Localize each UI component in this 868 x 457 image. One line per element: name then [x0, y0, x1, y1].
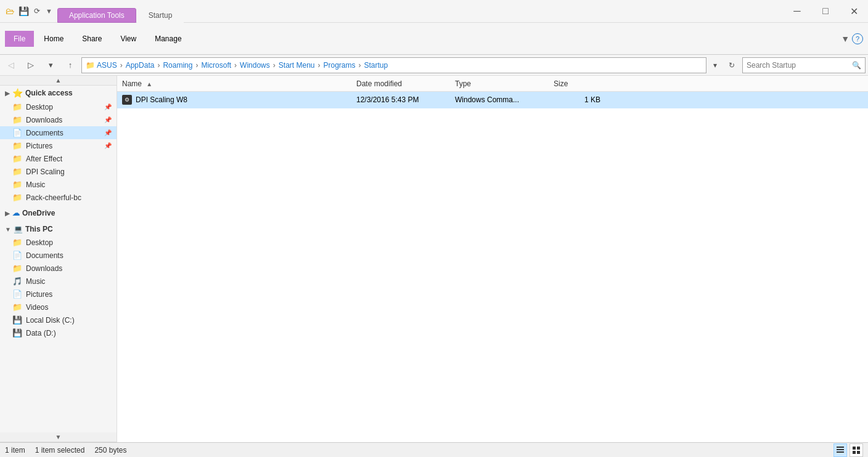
sidebar-item-downloads-qa[interactable]: 📁 Downloads 📌 — [0, 113, 117, 126]
folder-icon-aftereffect-qa: 📁 — [12, 154, 22, 163]
path-roaming[interactable]: Roaming — [163, 61, 192, 70]
title-tabs: Application Tools Startup — [57, 0, 783, 22]
back-button[interactable]: ◁ — [2, 57, 20, 73]
ribbon-tab-bar: File Home Share View Manage — [5, 31, 190, 47]
item-count: 1 item — [5, 446, 25, 455]
dropdown-arrow[interactable]: ▼ — [46, 7, 52, 15]
forward-button[interactable]: ▷ — [22, 57, 39, 73]
sidebar-item-dataD-pc[interactable]: 💾 Data (D:) — [0, 326, 117, 339]
file-type-cell: Windows Comma... — [450, 94, 549, 105]
ribbon-tab-manage[interactable]: Manage — [146, 31, 190, 47]
ribbon-collapse-button[interactable]: ▼ — [841, 34, 850, 44]
quick-access-header[interactable]: ▶ ⭐ Quick access — [0, 86, 117, 100]
path-windows[interactable]: Windows — [240, 61, 270, 70]
quick-access-icon: ⭐ — [12, 88, 23, 98]
dropdown-nav-button[interactable]: ▾ — [42, 57, 59, 73]
sidebar-item-desktop-pc[interactable]: 📁 Desktop — [0, 236, 117, 249]
tab-startup[interactable]: Startup — [137, 8, 184, 23]
folder-icon-pictures-qa: 📁 — [12, 141, 22, 150]
save-icon: 💾 — [18, 6, 28, 16]
sidebar-item-documents-pc[interactable]: 📄 Documents — [0, 249, 117, 262]
folder-icon-documents-pc: 📄 — [12, 251, 22, 260]
sidebar-item-pictures-pc[interactable]: 📄 Pictures — [0, 288, 117, 301]
large-icons-view-icon — [852, 446, 861, 455]
undo-icon: ⟳ — [32, 6, 42, 16]
tab-application-tools[interactable]: Application Tools — [57, 8, 136, 23]
up-button[interactable]: ↑ — [62, 57, 79, 73]
file-size-status: 250 bytes — [94, 446, 126, 455]
column-header-size[interactable]: Size — [549, 77, 610, 91]
path-programs[interactable]: Programs — [324, 61, 356, 70]
folder-icon-packcheerful-qa: 📁 — [12, 193, 22, 202]
folder-icon-desktop-pc: 📁 — [12, 238, 22, 247]
sidebar-scroll-down[interactable]: ▼ — [0, 432, 117, 442]
sidebar-item-downloads-pc[interactable]: 📁 Downloads — [0, 262, 117, 275]
sidebar-item-videos-pc[interactable]: 📁 Videos — [0, 301, 117, 313]
details-view-icon — [836, 446, 845, 455]
sidebar-scroll-up[interactable]: ▲ — [0, 76, 117, 86]
svg-rect-3 — [853, 447, 856, 450]
file-list: Name ▲ Date modified Type Size ⚙ DPI Sca… — [117, 76, 868, 442]
svg-rect-6 — [857, 451, 860, 454]
ribbon-tab-file[interactable]: File — [5, 31, 34, 47]
status-bar: 1 item 1 item selected 250 bytes — [0, 442, 868, 457]
table-row[interactable]: ⚙ DPI Scaling W8 12/3/2016 5:43 PM Windo… — [117, 92, 868, 108]
address-path[interactable]: 📁 ASUS › AppData › Roaming › Microsoft ›… — [81, 57, 706, 73]
thispc-header[interactable]: ▼ 💻 This PC — [0, 222, 117, 236]
sidebar-item-music-pc[interactable]: 🎵 Music — [0, 275, 117, 288]
search-box[interactable]: 🔍 — [742, 57, 866, 73]
path-appdata[interactable]: AppData — [126, 61, 155, 70]
column-header-type[interactable]: Type — [450, 77, 549, 91]
refresh-button[interactable]: ↻ — [724, 57, 740, 73]
cmd-file-icon: ⚙ — [122, 95, 132, 105]
sidebar-item-localDisk-pc[interactable]: 💾 Local Disk (C:) — [0, 313, 117, 326]
file-list-header: Name ▲ Date modified Type Size — [117, 76, 868, 92]
onedrive-header[interactable]: ▶ ☁ OneDrive — [0, 206, 117, 220]
thispc-section: ▼ 💻 This PC 📁 Desktop 📄 Documents 📁 Down… — [0, 222, 117, 339]
path-dropdown-button[interactable]: ▾ — [709, 57, 721, 73]
pin-icon-documents-qa: 📌 — [104, 129, 112, 136]
ribbon-tab-view[interactable]: View — [112, 31, 145, 47]
sidebar-item-pictures-qa[interactable]: 📁 Pictures 📌 — [0, 139, 117, 152]
sidebar-item-aftereffect-qa[interactable]: 📁 After Effect — [0, 152, 117, 165]
path-asus[interactable]: ASUS — [97, 61, 117, 70]
sidebar-item-dpiscaling-qa[interactable]: 📁 DPI Scaling — [0, 165, 117, 178]
sort-arrow-name: ▲ — [146, 81, 152, 87]
thispc-label: This PC — [25, 225, 53, 233]
large-icons-view-button[interactable] — [850, 443, 863, 457]
details-view-button[interactable] — [833, 443, 847, 457]
onedrive-section: ▶ ☁ OneDrive — [0, 206, 117, 220]
svg-rect-5 — [853, 451, 856, 454]
help-button[interactable]: ? — [852, 33, 863, 44]
pin-icon-desktop-qa: 📌 — [104, 103, 112, 110]
folder-icon-localDisk-pc: 💾 — [12, 315, 22, 325]
selected-info: 1 item selected — [35, 446, 85, 455]
minimize-button[interactable]: ─ — [783, 0, 811, 23]
title-bar: 🗁 💾 ⟳ ▼ Application Tools Startup ─ □ ✕ — [0, 0, 868, 23]
status-left: 1 item 1 item selected 250 bytes — [5, 446, 833, 455]
svg-rect-2 — [837, 451, 844, 453]
path-startmenu[interactable]: Start Menu — [279, 61, 315, 70]
thispc-icon: 💻 — [14, 225, 23, 233]
quick-access-section: ▶ ⭐ Quick access 📁 Desktop 📌 📁 Downloads… — [0, 86, 117, 204]
search-input[interactable] — [747, 61, 850, 70]
folder-icon-desktop-qa: 📁 — [12, 102, 22, 111]
ribbon-tab-share[interactable]: Share — [73, 31, 110, 47]
folder-icon-music-pc: 🎵 — [12, 277, 22, 286]
onedrive-chevron: ▶ — [5, 210, 10, 217]
sidebar-item-music-qa[interactable]: 📁 Music — [0, 178, 117, 191]
column-header-date[interactable]: Date modified — [351, 77, 450, 91]
path-microsoft[interactable]: Microsoft — [201, 61, 231, 70]
ribbon-tab-home[interactable]: Home — [35, 31, 72, 47]
window-controls: ─ □ ✕ — [783, 0, 868, 22]
search-icon: 🔍 — [852, 61, 861, 70]
sidebar-item-documents-qa[interactable]: 📄 Documents 📌 — [0, 126, 117, 139]
sidebar-item-packcheerful-qa[interactable]: 📁 Pack-cheerful-bc — [0, 191, 117, 204]
close-button[interactable]: ✕ — [840, 0, 868, 23]
file-name-cell: ⚙ DPI Scaling W8 — [117, 94, 351, 106]
file-list-empty-area[interactable] — [117, 108, 868, 442]
maximize-button[interactable]: □ — [811, 0, 840, 23]
path-startup[interactable]: Startup — [364, 61, 388, 70]
column-header-name[interactable]: Name ▲ — [117, 77, 351, 91]
sidebar-item-desktop-qa[interactable]: 📁 Desktop 📌 — [0, 100, 117, 113]
